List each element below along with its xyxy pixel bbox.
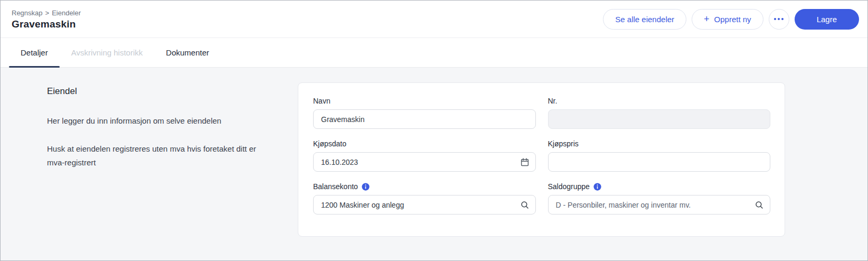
field-nr: Nr.	[548, 97, 771, 129]
field-kjopspris: Kjøpspris	[548, 139, 771, 172]
field-kjopsdato: Kjøpsdato	[313, 139, 536, 172]
section-paragraph: Husk at eiendelen registreres uten mva h…	[47, 142, 261, 170]
navn-input[interactable]	[313, 109, 536, 129]
save-button[interactable]: Lagre	[795, 9, 859, 30]
balansekonto-input[interactable]	[313, 195, 536, 215]
tab-dokumenter[interactable]: Dokumenter	[154, 38, 221, 67]
saldogruppe-label: Saldogruppe	[548, 182, 590, 191]
kjopspris-label: Kjøpspris	[548, 139, 771, 148]
breadcrumb: Regnskap > Eiendeler	[12, 9, 81, 17]
nr-label: Nr.	[548, 97, 771, 105]
breadcrumb-item-eiendeler[interactable]: Eiendeler	[52, 9, 81, 17]
tab-bar: Detaljer Avskrivning historikk Dokumente…	[1, 38, 867, 68]
navn-label: Navn	[313, 97, 536, 105]
tab-avskrivning-historikk: Avskrivning historikk	[60, 38, 155, 67]
breadcrumb-item-regnskap[interactable]: Regnskap	[12, 9, 43, 17]
section-paragraph: Her legger du inn informasjon om selve e…	[47, 114, 261, 128]
kjopsdato-input[interactable]	[313, 152, 536, 172]
app-window: Regnskap > Eiendeler Gravemaskin Se alle…	[0, 0, 868, 261]
page-title: Gravemaskin	[12, 18, 81, 30]
calendar-icon[interactable]	[520, 157, 530, 167]
see-all-assets-button[interactable]: Se alle eiendeler	[603, 9, 686, 30]
field-balansekonto: Balansekonto	[313, 182, 536, 215]
page-header: Regnskap > Eiendeler Gravemaskin Se alle…	[1, 1, 867, 38]
plus-icon: +	[704, 14, 710, 24]
header-title-block: Regnskap > Eiendeler Gravemaskin	[12, 8, 81, 30]
section-description: Eiendel Her legger du inn informasjon om…	[47, 82, 298, 260]
info-icon[interactable]	[362, 183, 370, 191]
search-icon[interactable]	[754, 200, 764, 210]
kjopspris-input[interactable]	[548, 152, 771, 172]
balansekonto-label-row: Balansekonto	[313, 182, 536, 191]
more-options-button[interactable]	[769, 9, 789, 30]
content-area: Eiendel Her legger du inn informasjon om…	[1, 68, 867, 260]
saldogruppe-label-row: Saldogruppe	[548, 182, 771, 191]
tab-detaljer[interactable]: Detaljer	[9, 38, 60, 67]
balansekonto-label: Balansekonto	[313, 182, 358, 191]
field-saldogruppe: Saldogruppe	[548, 182, 771, 215]
asset-form-card: Navn Nr. Kjøpsdato	[298, 82, 785, 237]
saldogruppe-input[interactable]	[548, 195, 771, 215]
nr-input	[548, 109, 771, 129]
asset-form: Navn Nr. Kjøpsdato	[313, 97, 770, 215]
info-icon[interactable]	[593, 183, 601, 191]
kjopsdato-label: Kjøpsdato	[313, 139, 536, 148]
create-new-button[interactable]: + Opprett ny	[692, 9, 763, 30]
ellipsis-icon	[774, 18, 784, 20]
breadcrumb-separator: >	[45, 9, 50, 17]
create-new-label: Opprett ny	[714, 15, 751, 24]
header-actions: Se alle eiendeler + Opprett ny Lagre	[603, 9, 859, 30]
section-heading: Eiendel	[47, 86, 261, 97]
search-icon[interactable]	[520, 200, 530, 210]
field-navn: Navn	[313, 97, 536, 129]
see-all-assets-label: Se alle eiendeler	[615, 15, 674, 24]
